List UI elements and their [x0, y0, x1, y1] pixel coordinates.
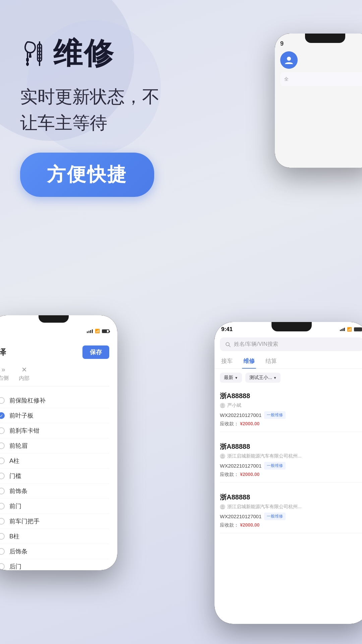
wifi-icon: 📶 — [95, 329, 100, 333]
hero-button[interactable]: 方便快捷 — [20, 153, 154, 197]
chevron-down-icon: ▼ — [235, 376, 238, 380]
work-order-number: WX202210127001 — [220, 514, 261, 519]
svg-point-12 — [222, 404, 224, 406]
checklist-item-label: A柱 — [9, 457, 19, 465]
left-header-title: 泽 — [0, 347, 6, 358]
repair-cards-list: 浙A88888 严小斌 WX202210127001 一般维修 应收款： ¥20… — [215, 387, 362, 533]
check-circle-icon — [0, 458, 5, 464]
tr-avatar — [280, 51, 298, 69]
check-circle-icon — [0, 503, 5, 509]
phone-top-right-screen: 9 全 — [275, 34, 362, 168]
left-header: 泽 保存 — [0, 335, 109, 359]
position-tab-right[interactable]: » 右侧 — [0, 366, 9, 382]
amount-row: 应收款： ¥2000.00 — [220, 522, 362, 528]
phone-right: 9:41 📶 — [215, 322, 362, 624]
checklist-item-label: 前保险杠修补 — [9, 396, 46, 405]
repair-card[interactable]: 浙A88888 严小斌 WX202210127001 一般维修 应收款： ¥20… — [220, 387, 362, 432]
checklist-item[interactable]: 前饰条 — [0, 484, 109, 499]
card-detail-row: WX202210127001 一般维修 — [220, 513, 362, 520]
repair-card[interactable]: 浙A88888 浙江启城新能源汽车有限公司杭州... WX20221012700… — [220, 437, 362, 483]
amount-label: 应收款： — [220, 522, 239, 528]
status-icons: 📶 — [340, 327, 362, 332]
filter-row: 最新 ▼ 测试王小... ▼ — [215, 369, 362, 387]
checklist-item-label: 后饰条 — [9, 547, 27, 555]
checklist-item-label: 前刹车卡钳 — [9, 427, 40, 435]
signal-icon-right — [340, 328, 345, 331]
search-icon — [225, 342, 231, 347]
checklist-item[interactable]: ✓前叶子板 — [0, 408, 109, 423]
checklist-item[interactable]: 后饰条 — [0, 544, 109, 559]
filter-staff-btn[interactable]: 测试王小... ▼ — [245, 373, 281, 383]
phone-right-notch — [272, 322, 312, 331]
position-tab-inner[interactable]: ✕ 内部 — [19, 366, 29, 382]
work-order-number: WX202210127001 — [220, 463, 261, 469]
phone-left-notch — [39, 315, 69, 323]
checklist-item-label: 前饰条 — [9, 487, 27, 495]
owner-icon — [220, 453, 225, 459]
checklist-item-label: 前车门把手 — [9, 517, 40, 525]
check-circle-icon — [0, 427, 5, 434]
plate-number: 浙A88888 — [220, 442, 362, 451]
checklist-item-label: 前叶子板 — [9, 412, 34, 420]
plate-number: 浙A88888 — [220, 493, 362, 502]
search-input-placeholder: 姓名/车辆/VIN搜索 — [234, 341, 278, 348]
owner-icon — [220, 403, 225, 408]
checklist-item-label: 后门 — [9, 562, 21, 570]
phone-notch — [305, 34, 345, 43]
check-circle-icon — [0, 473, 5, 479]
svg-rect-1 — [26, 58, 29, 61]
save-button[interactable]: 保存 — [82, 345, 109, 359]
tab-接车[interactable]: 接车 — [220, 354, 234, 368]
check-circle-icon — [0, 533, 5, 540]
tab-维修[interactable]: 维修 — [242, 354, 256, 368]
checklist-item[interactable]: 门槛 — [0, 469, 109, 484]
svg-rect-2 — [26, 63, 29, 65]
repair-card[interactable]: 浙A88888 浙江启城新能源汽车有限公司杭州... WX20221012700… — [220, 488, 362, 533]
battery-icon-right — [354, 327, 362, 331]
svg-point-13 — [222, 454, 224, 457]
phone-top-right: 9 全 — [275, 34, 362, 168]
checklist-item[interactable]: 前车门把手 — [0, 514, 109, 529]
check-circle-icon — [0, 563, 5, 570]
checklist-item[interactable]: 前刹车卡钳 — [0, 423, 109, 438]
check-circle-icon — [0, 397, 5, 404]
hero-subtitle: 实时更新状态，不 让车主等待 — [20, 84, 181, 136]
wrench-icon — [20, 39, 47, 69]
check-circle-icon — [0, 488, 5, 494]
filter-latest-btn[interactable]: 最新 ▼ — [220, 373, 242, 383]
wifi-icon-right: 📶 — [347, 327, 352, 332]
checklist-item[interactable]: 前轮眉 — [0, 438, 109, 453]
background: 维修 实时更新状态，不 让车主等待 方便快捷 9 全 — [0, 0, 362, 644]
card-detail-row: WX202210127001 一般维修 — [220, 411, 362, 419]
checklist-item[interactable]: 后门 — [0, 559, 109, 570]
checklist-item[interactable]: 前保险杠修补 — [0, 393, 109, 408]
phone-right-screen: 9:41 📶 — [215, 322, 362, 624]
arrow-right-icon: » — [1, 366, 5, 373]
hero-section: 维修 实时更新状态，不 让车主等待 方便快捷 — [0, 20, 201, 210]
checklist-item[interactable]: B柱 — [0, 529, 109, 544]
amount-row: 应收款： ¥2000.00 — [220, 421, 362, 427]
card-detail-row: WX202210127001 一般维修 — [220, 462, 362, 470]
check-circle-icon — [0, 518, 5, 525]
owner-name: 严小斌 — [227, 402, 241, 409]
signal-icon — [87, 329, 93, 333]
owner-row: 严小斌 — [220, 402, 362, 409]
amount-value: ¥2000.00 — [240, 421, 259, 426]
checklist-item[interactable]: 前门 — [0, 499, 109, 514]
position-tab-right-label: 右侧 — [0, 375, 9, 382]
checklist-item[interactable]: A柱 — [0, 453, 109, 469]
search-bar[interactable]: 姓名/车辆/VIN搜索 — [220, 337, 362, 351]
position-tabs: » 右侧 ✕ 内部 — [0, 366, 109, 386]
hero-title-row: 维修 — [20, 34, 181, 73]
owner-name: 浙江启城新能源汽车有限公司杭州... — [227, 504, 302, 510]
top-right-content: 9 全 — [275, 34, 362, 168]
right-screen-content: 9:41 📶 — [215, 322, 362, 624]
tab-结算[interactable]: 结算 — [264, 354, 278, 368]
amount-value: ¥2000.00 — [240, 522, 259, 528]
amount-row: 应收款： ¥2000.00 — [220, 472, 362, 478]
hero-title-text: 维修 — [53, 34, 115, 73]
svg-line-11 — [229, 345, 230, 347]
work-order-number: WX202210127001 — [220, 412, 261, 418]
position-tab-inner-label: 内部 — [19, 375, 29, 382]
owner-row: 浙江启城新能源汽车有限公司杭州... — [220, 504, 362, 510]
